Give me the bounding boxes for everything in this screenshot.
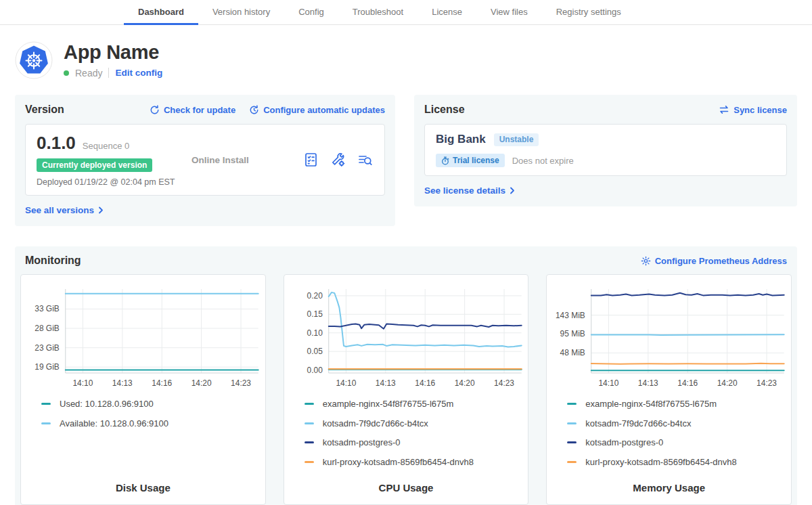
configure-automatic-updates-button[interactable]: Configure automatic updates: [249, 105, 385, 115]
legend-label: kotsadm-7f9dc7d66c-b4tcx: [585, 418, 691, 429]
chart-card-cpu-usage: 0.000.050.100.150.2014:1014:1314:1614:20…: [284, 274, 529, 505]
legend-item: kurl-proxy-kotsadm-8569fb6454-dnvh8: [304, 457, 528, 467]
legend-label: example-nginx-54f8f76755-l675m: [323, 399, 454, 409]
tab-version-history[interactable]: Version history: [198, 0, 284, 25]
y-tick-label: 143 MiB: [556, 311, 585, 320]
version-card: Version Check for update Configure autom…: [15, 95, 395, 226]
license-panel: Big Bank Unstable Trial license Does not…: [424, 124, 787, 176]
tab-view-files[interactable]: View files: [476, 0, 542, 25]
version-sequence: Sequence 0: [83, 141, 129, 151]
x-tick-label: 14:13: [112, 378, 133, 388]
x-tick-label: 14:16: [415, 378, 435, 388]
deployed-timestamp: Deployed 01/19/22 @ 02:04 pm EST: [37, 177, 191, 187]
legend-dash-icon: [567, 403, 577, 405]
x-tick-label: 14:13: [376, 378, 396, 388]
kubernetes-app-icon: [15, 41, 53, 79]
tab-registry-settings[interactable]: Registry settings: [542, 0, 635, 25]
see-license-details-link[interactable]: See license details: [424, 185, 516, 196]
legend-item: kotsadm-7f9dc7d66c-b4tcx: [567, 418, 791, 429]
y-tick-label: 0.20: [307, 291, 323, 301]
legend-dash-icon: [41, 422, 51, 424]
legend-label: example-nginx-54f8f76755-l675m: [585, 399, 717, 409]
license-account-name: Big Bank: [436, 133, 486, 146]
legend-item: kotsadm-postgres-0: [304, 437, 528, 447]
charts-row: 19 GiB23 GiB28 GiB33 GiB14:1014:1314:161…: [20, 274, 792, 505]
y-tick-label: 0.10: [307, 328, 323, 338]
x-tick-label: 14:10: [599, 378, 619, 388]
chart-legend: Used: 10.128.0.96:9100Available: 10.128.…: [21, 391, 265, 429]
chart-card-memory-usage: 48 MiB95 MiB143 MiB14:1014:1314:1614:201…: [546, 274, 792, 505]
gear-icon: [641, 256, 651, 266]
x-tick-label: 14:10: [336, 378, 356, 388]
deployed-badge: Currently deployed version: [37, 158, 152, 172]
monitoring-title: Monitoring: [25, 255, 81, 267]
app-status: Ready: [75, 68, 102, 79]
y-tick-label: 0.00: [307, 366, 323, 375]
current-version-panel: 0.1.0 Sequence 0 Currently deployed vers…: [25, 124, 385, 196]
legend-label: kotsadm-postgres-0: [323, 437, 401, 447]
sync-arrows-icon: [719, 105, 729, 114]
status-dot-icon: [64, 70, 69, 76]
config-wrench-icon[interactable]: [330, 152, 346, 168]
chart-legend: example-nginx-54f8f76755-l675mkotsadm-7f…: [547, 391, 791, 467]
dashboard-page: App Name Ready Edit config Version Check…: [0, 25, 812, 505]
tab-dashboard[interactable]: Dashboard: [124, 0, 198, 25]
chart-card-disk-usage: 19 GiB23 GiB28 GiB33 GiB14:1014:1314:161…: [20, 274, 266, 505]
chevron-right-icon: [97, 206, 104, 214]
monitoring-section: Monitoring Configure Prometheus Address …: [15, 246, 797, 505]
license-card: License Sync license Big Bank Unstable T…: [414, 95, 797, 206]
configure-prometheus-button[interactable]: Configure Prometheus Address: [641, 256, 787, 266]
chart-title: Memory Usage: [547, 482, 791, 493]
y-tick-label: 23 GiB: [35, 343, 60, 353]
page-title: App Name: [64, 43, 162, 62]
legend-item: Used: 10.128.0.96:9100: [41, 399, 265, 409]
legend-item: example-nginx-54f8f76755-l675m: [567, 399, 791, 409]
y-tick-label: 0.05: [307, 347, 323, 356]
x-tick-label: 14:23: [494, 378, 514, 388]
tab-troubleshoot[interactable]: Troubleshoot: [338, 0, 418, 25]
view-logs-search-icon[interactable]: [357, 152, 374, 168]
tab-license[interactable]: License: [418, 0, 476, 25]
trial-license-badge: Trial license: [436, 154, 505, 167]
series-line: [591, 334, 784, 335]
x-tick-label: 14:13: [638, 378, 658, 388]
y-tick-label: 0.15: [307, 309, 323, 319]
legend-item: Available: 10.128.0.96:9100: [41, 418, 265, 429]
legend-label: kurl-proxy-kotsadm-8569fb6454-dnvh8: [323, 457, 474, 467]
legend-dash-icon: [304, 422, 314, 424]
version-card-title: Version: [25, 104, 64, 116]
channel-badge: Unstable: [494, 133, 539, 146]
legend-label: kurl-proxy-kotsadm-8569fb6454-dnvh8: [585, 457, 736, 467]
edit-config-link[interactable]: Edit config: [115, 68, 162, 78]
legend-dash-icon: [41, 403, 51, 405]
see-all-versions-link[interactable]: See all versions: [25, 205, 104, 215]
tab-config[interactable]: Config: [284, 0, 338, 25]
legend-dash-icon: [304, 441, 314, 443]
check-for-update-button[interactable]: Check for update: [150, 105, 235, 115]
sync-license-button[interactable]: Sync license: [719, 105, 787, 115]
chart-plot: 19 GiB23 GiB28 GiB33 GiB14:1014:1314:161…: [21, 282, 265, 391]
x-tick-label: 14:16: [152, 378, 172, 388]
x-tick-label: 14:20: [191, 378, 212, 388]
chart-title: CPU Usage: [284, 482, 528, 493]
legend-item: example-nginx-54f8f76755-l675m: [304, 399, 528, 409]
legend-dash-icon: [304, 461, 314, 463]
legend-item: kurl-proxy-kotsadm-8569fb6454-dnvh8: [567, 457, 791, 467]
app-status-row: Ready Edit config: [64, 68, 162, 79]
y-tick-label: 95 MiB: [560, 329, 585, 338]
app-header-text: App Name Ready Edit config: [64, 43, 162, 79]
legend-dash-icon: [567, 422, 577, 424]
license-expiry: Does not expire: [512, 156, 574, 166]
x-tick-label: 14:16: [678, 378, 698, 388]
stopwatch-icon: [441, 156, 449, 165]
y-tick-label: 33 GiB: [35, 304, 60, 313]
y-tick-label: 28 GiB: [35, 324, 60, 333]
chart-title: Disk Usage: [21, 482, 265, 493]
legend-dash-icon: [304, 403, 314, 405]
y-tick-label: 19 GiB: [35, 362, 60, 372]
x-tick-label: 14:23: [231, 378, 251, 388]
preflight-checklist-icon[interactable]: [302, 152, 319, 168]
chart-plot: 48 MiB95 MiB143 MiB14:1014:1314:1614:201…: [547, 282, 791, 391]
x-tick-label: 14:23: [757, 378, 777, 388]
legend-label: Available: 10.128.0.96:9100: [60, 418, 168, 429]
